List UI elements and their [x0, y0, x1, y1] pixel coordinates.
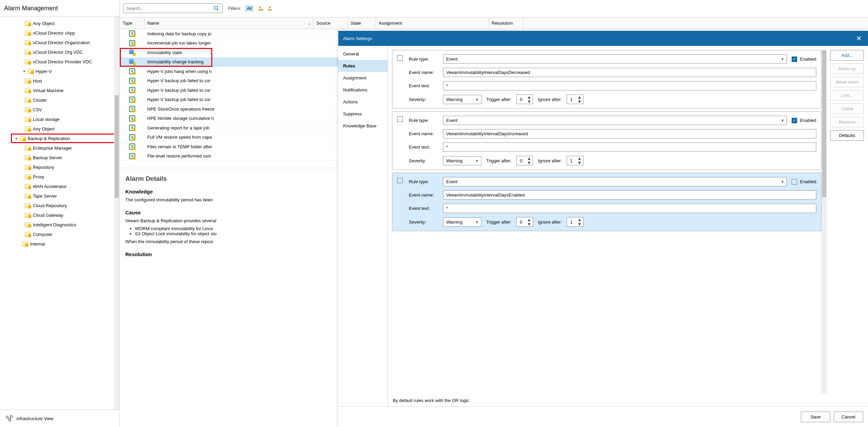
ignore-after-spinner[interactable]: ▲▼: [567, 95, 583, 104]
enabled-checkbox[interactable]: ✓: [792, 56, 797, 62]
tree-item[interactable]: Internal: [2, 239, 119, 249]
tree-item[interactable]: Tape Server: [2, 191, 119, 201]
link-button[interactable]: Link...: [830, 90, 864, 101]
trigger-after-spinner[interactable]: ▲▼: [516, 217, 533, 227]
chevron-down-icon[interactable]: ▾: [22, 69, 27, 74]
add-button[interactable]: Add...: [830, 50, 864, 61]
event-text-input[interactable]: *: [443, 142, 816, 152]
tree-item[interactable]: vCloud Director vApp: [2, 28, 119, 38]
tree-item[interactable]: Host: [2, 76, 119, 86]
nav-actions[interactable]: Actions: [338, 96, 388, 108]
col-assignment[interactable]: Assignment: [376, 17, 489, 29]
nav-rules[interactable]: Rules: [338, 60, 388, 72]
rule-checkbox[interactable]: [397, 178, 403, 183]
rule-card[interactable]: Rule type: Event▾✓Enabled Event name: Ve…: [392, 50, 821, 109]
trigger-after-spinner[interactable]: ▲▼: [516, 95, 533, 104]
cancel-button[interactable]: Cancel: [834, 412, 863, 422]
tree-item[interactable]: Any Object: [2, 124, 119, 134]
grid-header: Type Name↓ Source State Assignment Resol…: [120, 17, 868, 29]
scrollbar-thumb[interactable]: [115, 95, 119, 198]
tree-item[interactable]: Backup Server: [2, 153, 119, 162]
rule-type-select[interactable]: Event▾: [443, 54, 787, 64]
nav-kb[interactable]: Knowledge Base: [338, 120, 388, 132]
ignore-after-spinner[interactable]: ▲▼: [567, 217, 583, 227]
rule-type-select[interactable]: Event▾: [443, 116, 787, 125]
rule-checkbox[interactable]: [397, 116, 403, 122]
folder-icon: [25, 117, 31, 122]
tree-item[interactable]: vCloud Director Provider VDC: [2, 57, 119, 66]
svg-point-7: [259, 6, 261, 8]
search-icon[interactable]: [213, 5, 219, 11]
type-v-icon: V: [129, 115, 135, 122]
unlink-button[interactable]: Unlink: [830, 103, 864, 114]
col-resolution[interactable]: Resolution: [489, 17, 523, 29]
moveup-button[interactable]: Move up: [830, 63, 864, 74]
tree-item[interactable]: Intelligent Diagnostics: [2, 220, 119, 229]
search-field[interactable]: [126, 6, 213, 11]
tree-item[interactable]: Local storage: [2, 114, 119, 124]
close-icon[interactable]: ✕: [854, 34, 863, 42]
rule-buttons: Add... Move up Move down Link... Unlink …: [830, 50, 864, 403]
tree-item[interactable]: Cluster: [2, 95, 119, 105]
enabled-checkbox[interactable]: ✓: [792, 118, 797, 123]
rule-checkbox[interactable]: [397, 55, 403, 61]
enabled-checkbox[interactable]: [792, 179, 797, 185]
folder-icon: [25, 126, 31, 131]
severity-select[interactable]: Warning▾: [443, 156, 481, 165]
filter-all[interactable]: All: [245, 5, 254, 12]
infrastructure-icon: [5, 415, 13, 422]
rule-card[interactable]: Rule type: Event▾Enabled Event name: Vee…: [392, 173, 821, 231]
tree-item-backup-replication[interactable]: ▾Backup & Replication: [11, 134, 119, 143]
chevron-down-icon: ▾: [781, 179, 784, 184]
tree-item[interactable]: Virtual Machine: [2, 86, 119, 95]
nav-general[interactable]: General: [338, 48, 388, 60]
remove-button[interactable]: Remove: [830, 117, 864, 127]
col-type[interactable]: Type: [120, 17, 144, 29]
rule-card[interactable]: Rule type: Event▾✓Enabled Event name: Ve…: [392, 111, 821, 170]
tree-item[interactable]: Enterprise Manager: [2, 143, 119, 153]
svg-point-8: [269, 6, 271, 8]
nav-assignment[interactable]: Assignment: [338, 72, 388, 84]
svg-line-6: [217, 9, 219, 11]
col-source[interactable]: Source: [314, 17, 348, 29]
scrollbar[interactable]: [114, 16, 119, 410]
tree-item[interactable]: WAN Accelerator: [2, 181, 119, 191]
defaults-button[interactable]: Defaults: [830, 130, 864, 141]
tree-item[interactable]: Cloud Gateway: [2, 210, 119, 220]
panel-title: Alarm Management: [0, 0, 119, 16]
chevron-down-icon[interactable]: ▾: [14, 136, 19, 141]
event-text-input[interactable]: *: [443, 204, 816, 213]
scrollbar-thumb[interactable]: [822, 50, 826, 197]
tree-item[interactable]: vCloud Director Organization: [2, 38, 119, 47]
tree-item[interactable]: Repository: [2, 162, 119, 172]
trigger-after-spinner[interactable]: ▲▼: [516, 156, 533, 165]
event-name-input[interactable]: VeeamImmutabilityIntervalDaysIncreased: [443, 129, 816, 138]
tree-item[interactable]: CSV: [2, 105, 119, 114]
tree-item[interactable]: Any Object: [2, 18, 119, 28]
tree-item[interactable]: Computer: [2, 229, 119, 239]
search-input[interactable]: [123, 3, 223, 13]
col-state[interactable]: State: [348, 17, 376, 29]
rule-type-select[interactable]: Event▾: [443, 177, 787, 186]
event-text-input[interactable]: *: [443, 81, 816, 90]
nav-suppress[interactable]: Suppress: [338, 108, 388, 120]
severity-select[interactable]: Warning▾: [443, 217, 481, 227]
filter-user2-icon[interactable]: [267, 5, 273, 11]
save-button[interactable]: Save: [801, 412, 830, 422]
type-v-icon: V: [129, 125, 135, 131]
tree-item[interactable]: Cloud Repository: [2, 201, 119, 210]
svg-line-3: [8, 417, 9, 419]
severity-select[interactable]: Warning▾: [443, 95, 481, 104]
ignore-after-spinner[interactable]: ▲▼: [567, 156, 583, 165]
event-name-input[interactable]: VeeamImmutabilityIntervalDaysDecreased: [443, 68, 816, 77]
tree-item[interactable]: Proxy: [2, 172, 119, 181]
type-v-icon: V: [129, 143, 135, 150]
event-name-input[interactable]: VeeamImmutabilityIntervalDaysEnabled: [443, 190, 816, 200]
tree-item-hyperv[interactable]: ▾Hyper-V: [2, 66, 119, 76]
nav-notifications[interactable]: Notifications: [338, 84, 388, 96]
filter-user-icon[interactable]: [257, 5, 263, 11]
tree-item[interactable]: vCloud Director Org VDC: [2, 47, 119, 57]
movedown-button[interactable]: Move down: [830, 77, 864, 87]
col-name[interactable]: Name↓: [144, 17, 314, 29]
infrastructure-view-button[interactable]: Infrastructure View: [0, 410, 119, 427]
